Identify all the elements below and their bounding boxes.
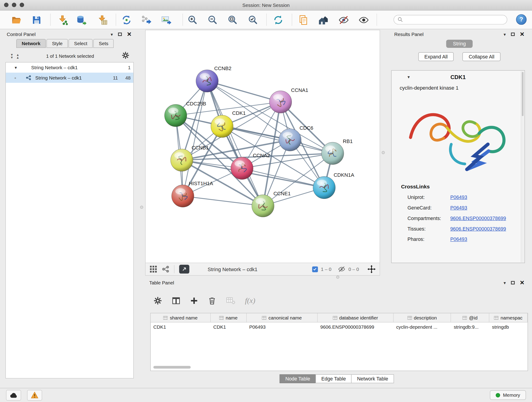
- collapse-triangle-icon[interactable]: ▼: [14, 65, 18, 70]
- tab-sets[interactable]: Sets: [94, 39, 114, 48]
- node-CDK1[interactable]: [211, 115, 233, 137]
- node-RB1[interactable]: [322, 142, 344, 165]
- table-cell[interactable]: CDK1: [151, 322, 211, 332]
- node-HIST1H1A[interactable]: [172, 185, 194, 207]
- export-image-button[interactable]: [160, 14, 172, 26]
- network-view[interactable]: CCNB2CCNA1CDC25BCDK1CDC6RB1CCNB1CCNA2CDK…: [145, 30, 380, 275]
- help-button[interactable]: ?: [516, 14, 526, 25]
- edge-CCNB2-CCNE1[interactable]: [207, 81, 263, 206]
- node-CDKN1A[interactable]: [313, 177, 335, 199]
- table-row[interactable]: CDK1CDK1P064939606.ENSP00000378699cyclin…: [151, 322, 528, 332]
- crosslink-link[interactable]: 9606.ENSP00000378699: [450, 226, 506, 231]
- collapse-all-icon[interactable]: ▾▾: [11, 53, 13, 59]
- panel-close-icon[interactable]: ✕: [520, 280, 525, 286]
- vertical-splitter-handle[interactable]: [382, 151, 385, 154]
- node-CDC6[interactable]: [279, 128, 301, 151]
- add-column-button[interactable]: [190, 297, 198, 305]
- crosslink-link[interactable]: P06493: [450, 236, 467, 242]
- panel-menu-icon[interactable]: ▾: [111, 32, 113, 36]
- network-collection-row[interactable]: ▼ String Network – cdk1 1: [6, 62, 133, 72]
- node-CDC25B[interactable]: [165, 104, 187, 127]
- panel-menu-icon[interactable]: ▾: [504, 32, 506, 36]
- minimize-window-button[interactable]: [12, 3, 16, 7]
- cloud-status-button[interactable]: [6, 390, 21, 400]
- birds-eye-icon[interactable]: [162, 265, 169, 273]
- selected-checkbox-icon[interactable]: [312, 266, 318, 272]
- column-header-shared-name[interactable]: shared name: [151, 313, 211, 322]
- crosslink-link[interactable]: P06493: [450, 194, 467, 200]
- tab-network[interactable]: Network: [16, 39, 46, 48]
- column-header-@id[interactable]: @id: [451, 313, 489, 322]
- node-CCNA2[interactable]: [231, 157, 253, 179]
- vertical-splitter-handle[interactable]: [140, 206, 143, 209]
- pan-move-icon[interactable]: [367, 265, 376, 274]
- table-cell[interactable]: CDK1: [210, 322, 247, 332]
- warnings-button[interactable]: [27, 390, 42, 400]
- delete-table-button[interactable]: [226, 297, 235, 305]
- collapse-all-button[interactable]: Collapse All: [462, 52, 500, 61]
- export-network-button[interactable]: [140, 14, 152, 26]
- results-scrollbar[interactable]: [521, 71, 524, 262]
- function-builder-button[interactable]: f(x): [245, 296, 255, 305]
- table-cell[interactable]: stringdb: [489, 322, 528, 332]
- tab-edge-table[interactable]: Edge Table: [316, 374, 351, 383]
- show-annotations-button[interactable]: [358, 14, 369, 26]
- edge-HIST1H1A-CCNE1[interactable]: [183, 196, 263, 206]
- zoom-in-button[interactable]: [187, 14, 198, 26]
- protein-section-header[interactable]: ▼ CDK1: [392, 70, 525, 83]
- node-CCNE1[interactable]: [252, 195, 274, 217]
- open-in-window-button[interactable]: [179, 265, 189, 274]
- memory-button[interactable]: Memory: [490, 390, 526, 400]
- horizontal-scrollbar[interactable]: [153, 366, 191, 369]
- expand-all-button[interactable]: Expand All: [418, 52, 454, 61]
- expand-all-icon[interactable]: ▴▴: [17, 53, 19, 59]
- show-columns-button[interactable]: [172, 296, 181, 305]
- zoom-fit-button[interactable]: [227, 14, 239, 26]
- panel-close-icon[interactable]: ✕: [127, 32, 132, 37]
- show-hide-panels-button[interactable]: [318, 14, 329, 26]
- panel-float-icon[interactable]: [511, 32, 515, 36]
- column-header-description[interactable]: description: [393, 313, 451, 322]
- tab-string[interactable]: String: [446, 40, 472, 48]
- horizontal-splitter-handle[interactable]: [336, 275, 339, 279]
- import-network-database-button[interactable]: [76, 14, 88, 26]
- table-cell[interactable]: 9606.ENSP00000378699: [317, 322, 393, 332]
- node-CCNA1[interactable]: [269, 91, 292, 113]
- hide-annotations-button[interactable]: [338, 14, 349, 26]
- panel-menu-icon[interactable]: ▾: [504, 281, 506, 285]
- panel-close-icon[interactable]: ✕: [520, 32, 525, 37]
- delete-column-button[interactable]: [208, 296, 216, 305]
- column-header-name[interactable]: name: [210, 313, 247, 322]
- tab-style[interactable]: Style: [46, 39, 68, 48]
- node-CCNB2[interactable]: [196, 70, 218, 92]
- column-header-canonical-name[interactable]: canonical name: [247, 313, 317, 322]
- network-options-button[interactable]: [121, 51, 130, 61]
- table-cell[interactable]: stringdb:9...: [451, 322, 489, 332]
- node-CCNB1[interactable]: [171, 149, 193, 171]
- apply-layout-button[interactable]: [272, 14, 284, 26]
- table-options-button[interactable]: [153, 296, 162, 305]
- table-cell[interactable]: P06493: [247, 322, 317, 332]
- tab-node-table[interactable]: Node Table: [279, 374, 316, 383]
- table-cell[interactable]: cyclin-dependent ...: [393, 322, 451, 332]
- column-header-namespac[interactable]: namespac: [489, 313, 528, 322]
- column-header-database-identifier[interactable]: database identifier: [317, 313, 393, 322]
- crosslink-link[interactable]: 9606.ENSP00000378699: [450, 216, 506, 221]
- network-canvas[interactable]: CCNB2CCNA1CDC25BCDK1CDC6RB1CCNB1CCNA2CDK…: [146, 30, 380, 263]
- tab-select[interactable]: Select: [69, 39, 93, 48]
- panel-float-icon[interactable]: [511, 281, 515, 284]
- save-session-button[interactable]: [31, 14, 42, 26]
- new-network-button[interactable]: [121, 14, 132, 26]
- import-network-file-button[interactable]: [57, 14, 68, 26]
- zoom-out-button[interactable]: [207, 14, 218, 26]
- zoom-selected-button[interactable]: [247, 14, 259, 26]
- hidden-eye-slash-icon[interactable]: [338, 265, 346, 273]
- copy-style-button[interactable]: [298, 14, 309, 26]
- maximize-window-button[interactable]: [20, 3, 24, 7]
- import-table-button[interactable]: [97, 14, 108, 26]
- grid-view-icon[interactable]: [150, 265, 157, 273]
- edge-CCNB2-CCNA1[interactable]: [207, 81, 280, 102]
- panel-float-icon[interactable]: [118, 32, 122, 36]
- search-input[interactable]: [405, 17, 504, 23]
- tab-network-table[interactable]: Network Table: [351, 374, 394, 383]
